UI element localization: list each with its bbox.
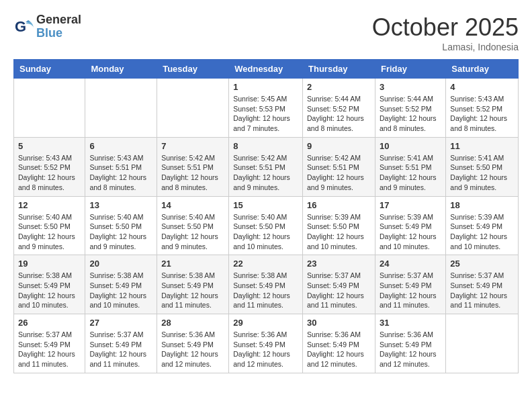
day-number: 19 xyxy=(18,259,81,269)
day-number: 22 xyxy=(233,259,298,269)
day-number: 1 xyxy=(233,82,298,92)
day-info: Sunrise: 5:44 AM Sunset: 5:52 PM Dayligh… xyxy=(380,94,441,134)
calendar-cell: 3Sunrise: 5:44 AM Sunset: 5:52 PM Daylig… xyxy=(375,79,445,138)
svg-text:G: G xyxy=(15,18,26,35)
day-info: Sunrise: 5:42 AM Sunset: 5:51 PM Dayligh… xyxy=(307,153,371,193)
day-number: 2 xyxy=(307,82,371,92)
weekday-header-tuesday: Tuesday xyxy=(157,60,229,79)
calendar-cell: 10Sunrise: 5:41 AM Sunset: 5:51 PM Dayli… xyxy=(375,137,445,196)
day-info: Sunrise: 5:43 AM Sunset: 5:52 PM Dayligh… xyxy=(450,94,514,134)
calendar-cell: 12Sunrise: 5:40 AM Sunset: 5:50 PM Dayli… xyxy=(14,196,85,255)
calendar-cell: 17Sunrise: 5:39 AM Sunset: 5:49 PM Dayli… xyxy=(375,196,445,255)
calendar-cell: 24Sunrise: 5:37 AM Sunset: 5:49 PM Dayli… xyxy=(375,255,445,314)
logo-icon: G xyxy=(13,17,34,37)
calendar-cell: 1Sunrise: 5:45 AM Sunset: 5:53 PM Daylig… xyxy=(229,79,303,138)
calendar-cell: 20Sunrise: 5:38 AM Sunset: 5:49 PM Dayli… xyxy=(85,255,157,314)
week-row-0: 1Sunrise: 5:45 AM Sunset: 5:53 PM Daylig… xyxy=(14,79,519,138)
day-info: Sunrise: 5:40 AM Sunset: 5:50 PM Dayligh… xyxy=(18,212,81,252)
calendar-cell: 31Sunrise: 5:36 AM Sunset: 5:49 PM Dayli… xyxy=(375,314,445,373)
calendar-cell: 18Sunrise: 5:39 AM Sunset: 5:49 PM Dayli… xyxy=(446,196,519,255)
calendar-cell: 22Sunrise: 5:38 AM Sunset: 5:49 PM Dayli… xyxy=(229,255,303,314)
weekday-header-sunday: Sunday xyxy=(14,60,85,79)
day-number: 5 xyxy=(18,141,81,151)
day-info: Sunrise: 5:39 AM Sunset: 5:49 PM Dayligh… xyxy=(380,212,441,252)
calendar-cell: 7Sunrise: 5:42 AM Sunset: 5:51 PM Daylig… xyxy=(157,137,229,196)
calendar-cell xyxy=(14,79,85,138)
day-info: Sunrise: 5:40 AM Sunset: 5:50 PM Dayligh… xyxy=(89,212,152,252)
day-number: 21 xyxy=(161,259,224,269)
calendar-cell xyxy=(446,314,519,373)
day-number: 27 xyxy=(89,318,152,328)
calendar-cell: 4Sunrise: 5:43 AM Sunset: 5:52 PM Daylig… xyxy=(446,79,519,138)
day-number: 29 xyxy=(233,318,298,328)
day-info: Sunrise: 5:36 AM Sunset: 5:49 PM Dayligh… xyxy=(380,330,441,369)
calendar-cell: 21Sunrise: 5:38 AM Sunset: 5:49 PM Dayli… xyxy=(157,255,229,314)
calendar-cell: 6Sunrise: 5:43 AM Sunset: 5:51 PM Daylig… xyxy=(85,137,157,196)
day-info: Sunrise: 5:37 AM Sunset: 5:49 PM Dayligh… xyxy=(380,271,441,310)
calendar-cell: 16Sunrise: 5:39 AM Sunset: 5:50 PM Dayli… xyxy=(303,196,375,255)
day-info: Sunrise: 5:37 AM Sunset: 5:49 PM Dayligh… xyxy=(18,330,81,369)
day-number: 30 xyxy=(307,318,371,328)
weekday-header-saturday: Saturday xyxy=(446,60,519,79)
calendar-cell: 23Sunrise: 5:37 AM Sunset: 5:49 PM Dayli… xyxy=(303,255,375,314)
day-info: Sunrise: 5:40 AM Sunset: 5:50 PM Dayligh… xyxy=(233,212,298,252)
location: Lamasi, Indonesia xyxy=(372,42,519,52)
calendar-cell: 14Sunrise: 5:40 AM Sunset: 5:50 PM Dayli… xyxy=(157,196,229,255)
calendar: SundayMondayTuesdayWednesdayThursdayFrid… xyxy=(13,59,519,373)
logo-text: General Blue xyxy=(36,13,81,40)
day-info: Sunrise: 5:41 AM Sunset: 5:51 PM Dayligh… xyxy=(380,153,441,193)
calendar-cell: 15Sunrise: 5:40 AM Sunset: 5:50 PM Dayli… xyxy=(229,196,303,255)
page-header: G General Blue October 2025 Lamasi, Indo… xyxy=(13,13,519,52)
calendar-cell: 8Sunrise: 5:42 AM Sunset: 5:51 PM Daylig… xyxy=(229,137,303,196)
day-number: 20 xyxy=(89,259,152,269)
calendar-cell: 25Sunrise: 5:37 AM Sunset: 5:49 PM Dayli… xyxy=(446,255,519,314)
day-number: 24 xyxy=(380,259,441,269)
day-info: Sunrise: 5:37 AM Sunset: 5:49 PM Dayligh… xyxy=(89,330,152,369)
calendar-cell: 19Sunrise: 5:38 AM Sunset: 5:49 PM Dayli… xyxy=(14,255,85,314)
day-number: 28 xyxy=(161,318,224,328)
day-info: Sunrise: 5:43 AM Sunset: 5:52 PM Dayligh… xyxy=(18,153,81,193)
day-number: 12 xyxy=(18,200,81,210)
calendar-cell xyxy=(157,79,229,138)
calendar-cell: 29Sunrise: 5:36 AM Sunset: 5:49 PM Dayli… xyxy=(229,314,303,373)
day-number: 31 xyxy=(380,318,441,328)
day-number: 3 xyxy=(380,82,441,92)
day-number: 13 xyxy=(89,200,152,210)
title-area: October 2025 Lamasi, Indonesia xyxy=(372,13,519,52)
calendar-cell: 9Sunrise: 5:42 AM Sunset: 5:51 PM Daylig… xyxy=(303,137,375,196)
day-info: Sunrise: 5:38 AM Sunset: 5:49 PM Dayligh… xyxy=(89,271,152,310)
day-number: 7 xyxy=(161,141,224,151)
day-info: Sunrise: 5:38 AM Sunset: 5:49 PM Dayligh… xyxy=(161,271,224,310)
month-title: October 2025 xyxy=(372,13,519,42)
day-number: 26 xyxy=(18,318,81,328)
day-info: Sunrise: 5:36 AM Sunset: 5:49 PM Dayligh… xyxy=(161,330,224,369)
day-number: 16 xyxy=(307,200,371,210)
day-info: Sunrise: 5:37 AM Sunset: 5:49 PM Dayligh… xyxy=(450,271,514,310)
day-info: Sunrise: 5:39 AM Sunset: 5:49 PM Dayligh… xyxy=(450,212,514,252)
day-number: 6 xyxy=(89,141,152,151)
day-number: 18 xyxy=(450,200,514,210)
week-row-2: 12Sunrise: 5:40 AM Sunset: 5:50 PM Dayli… xyxy=(14,196,519,255)
day-number: 10 xyxy=(380,141,441,151)
logo: G General Blue xyxy=(13,13,81,40)
calendar-cell: 2Sunrise: 5:44 AM Sunset: 5:52 PM Daylig… xyxy=(303,79,375,138)
day-info: Sunrise: 5:44 AM Sunset: 5:52 PM Dayligh… xyxy=(307,94,371,134)
day-number: 8 xyxy=(233,141,298,151)
day-info: Sunrise: 5:42 AM Sunset: 5:51 PM Dayligh… xyxy=(161,153,224,193)
weekday-header-wednesday: Wednesday xyxy=(229,60,303,79)
calendar-cell: 27Sunrise: 5:37 AM Sunset: 5:49 PM Dayli… xyxy=(85,314,157,373)
week-row-1: 5Sunrise: 5:43 AM Sunset: 5:52 PM Daylig… xyxy=(14,137,519,196)
calendar-cell: 30Sunrise: 5:36 AM Sunset: 5:49 PM Dayli… xyxy=(303,314,375,373)
day-info: Sunrise: 5:45 AM Sunset: 5:53 PM Dayligh… xyxy=(233,94,298,134)
day-number: 15 xyxy=(233,200,298,210)
day-info: Sunrise: 5:41 AM Sunset: 5:50 PM Dayligh… xyxy=(450,153,514,193)
day-info: Sunrise: 5:37 AM Sunset: 5:49 PM Dayligh… xyxy=(307,271,371,310)
calendar-cell: 11Sunrise: 5:41 AM Sunset: 5:50 PM Dayli… xyxy=(446,137,519,196)
calendar-cell: 28Sunrise: 5:36 AM Sunset: 5:49 PM Dayli… xyxy=(157,314,229,373)
day-info: Sunrise: 5:36 AM Sunset: 5:49 PM Dayligh… xyxy=(233,330,298,369)
day-info: Sunrise: 5:42 AM Sunset: 5:51 PM Dayligh… xyxy=(233,153,298,193)
day-number: 17 xyxy=(380,200,441,210)
calendar-cell: 5Sunrise: 5:43 AM Sunset: 5:52 PM Daylig… xyxy=(14,137,85,196)
weekday-header-thursday: Thursday xyxy=(303,60,375,79)
day-number: 23 xyxy=(307,259,371,269)
